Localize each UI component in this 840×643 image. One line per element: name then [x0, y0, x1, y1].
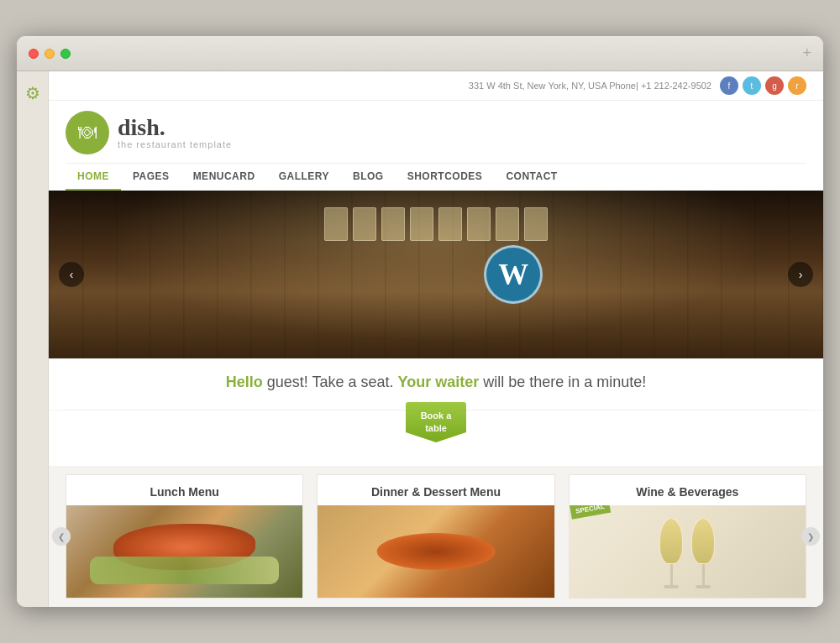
- hero-background: W: [49, 191, 823, 358]
- glass-bowl-left: [659, 518, 683, 564]
- slider-prev-button[interactable]: ‹: [59, 262, 84, 287]
- glass-base-right: [696, 585, 711, 588]
- glass-stem-right: [702, 564, 705, 585]
- hero-slider: W ‹ ›: [49, 191, 823, 358]
- dinner-menu-image: [318, 505, 554, 598]
- wine-glass-right: [691, 518, 715, 593]
- book-table-button[interactable]: Book a table: [406, 402, 466, 442]
- dinner-menu-card: Dinner & Dessert Menu: [317, 474, 554, 599]
- left-sidebar: ⚙: [17, 71, 49, 607]
- nav-shortcodes[interactable]: SHORTCODES: [396, 164, 495, 191]
- book-section: Book a table: [49, 410, 823, 466]
- lunch-menu-card: Lunch Menu: [66, 474, 303, 599]
- wordpress-logo: W: [484, 245, 543, 304]
- wine-menu-card: Wine & Beverages: [569, 474, 806, 599]
- navigation: HOME PAGES MENUCARD GALLERY BLOG SHORTCO…: [66, 163, 806, 191]
- wine-menu-image: SPECIAL: [570, 505, 806, 598]
- address-text: 331 W 4th St, New York, NY, USA Phone| +…: [469, 81, 711, 91]
- google-plus-icon[interactable]: g: [765, 76, 784, 95]
- header-top: 🍽 dish. the restaurant template: [66, 111, 806, 154]
- facebook-icon[interactable]: f: [720, 76, 738, 95]
- close-dot[interactable]: [29, 49, 39, 59]
- lunch-menu-image: [66, 505, 302, 598]
- menu-section-next[interactable]: ❯: [801, 527, 820, 546]
- glass-bowl-right: [691, 518, 715, 564]
- browser-titlebar: +: [17, 36, 823, 71]
- wine-glass-left: [659, 518, 683, 593]
- nav-menucard[interactable]: MENUCARD: [181, 164, 267, 191]
- nav-blog[interactable]: BLOG: [341, 164, 396, 191]
- window-6: [467, 207, 491, 241]
- nav-home[interactable]: HOME: [66, 164, 121, 191]
- wine-menu-title: Wine & Beverages: [570, 475, 806, 505]
- dessert-dish-image: [318, 505, 554, 598]
- maximize-dot[interactable]: [60, 49, 71, 59]
- slider-next-button[interactable]: ›: [788, 262, 813, 287]
- top-info-bar: 331 W 4th St, New York, NY, USA Phone| +…: [49, 71, 823, 101]
- hero-windows-decoration: [324, 207, 548, 241]
- site-name: dish.: [118, 116, 232, 139]
- logo-text: dish. the restaurant template: [118, 116, 232, 149]
- book-label-line1: Book a: [421, 410, 452, 422]
- gear-icon[interactable]: ⚙: [25, 83, 40, 103]
- window-4: [410, 207, 433, 241]
- window-3: [381, 207, 405, 241]
- window-1: [324, 207, 348, 241]
- welcome-text: Hello guest! Take a seat. Your waiter wi…: [66, 374, 806, 391]
- glass-base-left: [664, 585, 679, 588]
- window-5: [438, 207, 462, 241]
- rss-icon[interactable]: r: [788, 76, 806, 95]
- dinner-menu-title: Dinner & Dessert Menu: [318, 475, 554, 505]
- browser-body: ⚙ 331 W 4th St, New York, NY, USA Phone|…: [17, 71, 823, 607]
- chef-hat-icon: 🍽: [78, 122, 97, 144]
- menu-cards-section: ❮ Lunch Menu Dinner & Dessert Menu: [49, 466, 823, 607]
- menu-section-prev[interactable]: ❮: [52, 527, 71, 546]
- new-tab-button[interactable]: +: [802, 44, 811, 62]
- welcome-text-part2: will be there in a minute!: [479, 374, 646, 390]
- wine-glasses-image: [570, 505, 806, 598]
- window-8: [524, 207, 548, 241]
- salmon-dish-image: [66, 505, 302, 598]
- nav-contact[interactable]: CONTACT: [494, 164, 569, 191]
- book-label-line2: table: [425, 422, 447, 435]
- main-content: 331 W 4th St, New York, NY, USA Phone| +…: [49, 71, 823, 607]
- minimize-dot[interactable]: [45, 49, 55, 59]
- lunch-menu-title: Lunch Menu: [66, 475, 302, 505]
- nav-gallery[interactable]: GALLERY: [267, 164, 341, 191]
- hello-text: Hello: [226, 374, 263, 390]
- twitter-icon[interactable]: t: [743, 76, 761, 95]
- window-2: [353, 207, 376, 241]
- glass-stem-left: [670, 564, 673, 585]
- logo-icon: 🍽: [66, 111, 109, 154]
- waiter-text: Your waiter: [397, 374, 479, 390]
- book-button-wrap: Book a table: [406, 402, 466, 442]
- nav-pages[interactable]: PAGES: [121, 164, 181, 191]
- browser-window: + ⚙ 331 W 4th St, New York, NY, USA Phon…: [17, 36, 823, 607]
- social-icons: f t g r: [720, 76, 806, 95]
- menu-sections: Lunch Menu Dinner & Dessert Menu: [49, 466, 823, 607]
- site-header: 🍽 dish. the restaurant template HOME PAG…: [49, 101, 823, 191]
- site-tagline: the restaurant template: [118, 139, 232, 149]
- window-7: [496, 207, 519, 241]
- welcome-text-part1: guest! Take a seat.: [263, 374, 398, 390]
